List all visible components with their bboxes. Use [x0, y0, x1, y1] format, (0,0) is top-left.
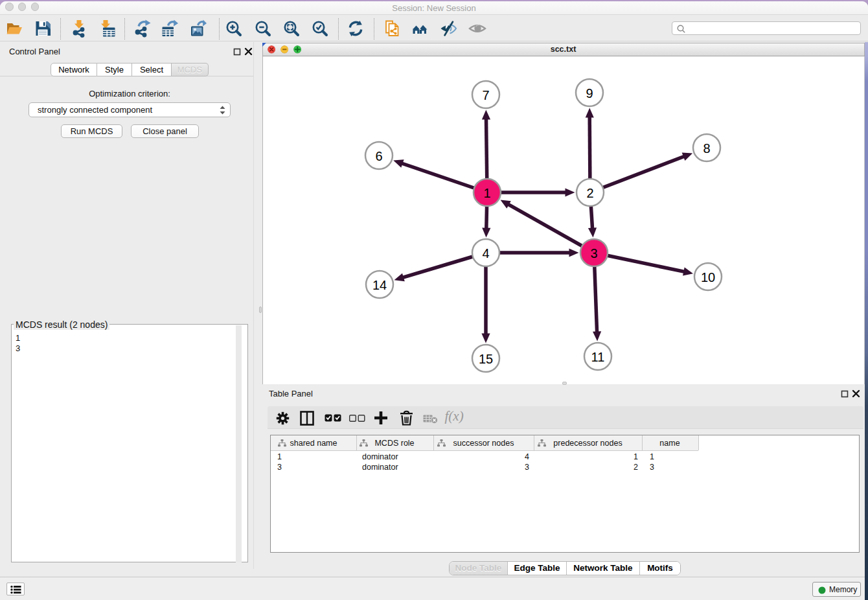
svg-text:11: 11	[591, 349, 604, 363]
svg-text:1: 1	[483, 185, 490, 200]
svg-text:3: 3	[590, 246, 597, 260]
svg-text:8: 8	[703, 141, 710, 155]
svg-text:9: 9	[586, 86, 593, 100]
svg-text:15: 15	[478, 351, 492, 365]
svg-text:7: 7	[482, 87, 489, 102]
svg-text:6: 6	[375, 148, 382, 163]
svg-text:14: 14	[372, 277, 386, 292]
svg-text:10: 10	[700, 270, 714, 284]
svg-text:2: 2	[586, 185, 593, 200]
svg-text:4: 4	[482, 246, 489, 260]
